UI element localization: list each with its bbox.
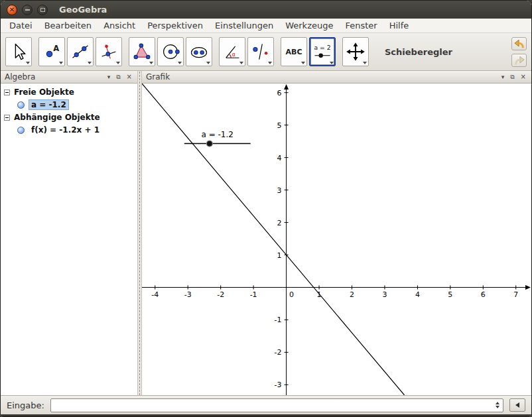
- x-tick-label: -2: [217, 290, 224, 299]
- point-icon: A: [42, 42, 62, 62]
- special-line-tool-button[interactable]: [96, 37, 122, 66]
- menu-werkzeuge[interactable]: Werkzeuge: [279, 19, 339, 32]
- tool-dropdown-icon[interactable]: [59, 62, 63, 64]
- window-minimize-button[interactable]: [22, 5, 33, 15]
- slider-icon: a = 2: [312, 42, 332, 62]
- group-label[interactable]: Freie Objekte: [14, 88, 74, 97]
- panel-menu-icon[interactable]: ▾: [500, 74, 506, 81]
- window-close-button[interactable]: ✕: [7, 5, 17, 15]
- x-tick-label: 6: [481, 290, 486, 299]
- y-axis-arrow-icon: [284, 84, 289, 89]
- object-label-a[interactable]: a = -1.2: [29, 99, 69, 110]
- move-view-tool-button[interactable]: [342, 37, 369, 66]
- tool-dropdown-icon[interactable]: [301, 62, 305, 64]
- transform-tool-button[interactable]: [247, 37, 274, 66]
- command-input-wrap[interactable]: [50, 398, 503, 412]
- tool-dropdown-icon[interactable]: [268, 62, 272, 64]
- slider-handle[interactable]: [206, 141, 212, 147]
- tool-dropdown-icon[interactable]: [363, 62, 367, 64]
- group-label[interactable]: Abhängige Objekte: [14, 113, 100, 122]
- text-tool-button[interactable]: ABC: [281, 37, 307, 66]
- menu-ansicht[interactable]: Ansicht: [98, 19, 141, 32]
- visibility-marble-icon[interactable]: [17, 127, 25, 134]
- algebra-tree: Freie Objekte a = -1.2 Abhängige Objekte…: [1, 84, 137, 395]
- y-tick-label: 1: [277, 251, 282, 260]
- function-line-f[interactable]: [142, 84, 405, 395]
- spinner-up-icon[interactable]: [496, 402, 499, 404]
- collapse-expander-icon[interactable]: [4, 89, 10, 95]
- menu-datei[interactable]: Datei: [3, 19, 38, 32]
- menu-hilfe[interactable]: Hilfe: [383, 19, 415, 32]
- panel-menu-icon[interactable]: ▾: [106, 74, 112, 81]
- panel-detach-icon[interactable]: ⧉: [115, 74, 121, 81]
- graphics-view: Grafik ▾ ⧉ × -4-3-2-11234567-3-2-1123456…: [142, 71, 531, 395]
- visibility-marble-icon[interactable]: [17, 101, 25, 109]
- move-view-icon: [346, 42, 366, 62]
- panel-detach-icon[interactable]: ⧉: [509, 74, 515, 81]
- tree-item-a[interactable]: a = -1.2: [1, 98, 137, 111]
- graph-canvas[interactable]: -4-3-2-11234567-3-2-11234560a = -1.2: [142, 84, 531, 395]
- active-tool-label: Schieberegler: [385, 47, 452, 57]
- main-area: Algebra ▾ ⧉ × Freie Objekte a = -1.2 Abh…: [1, 71, 531, 395]
- polygon-tool-button[interactable]: [129, 37, 155, 66]
- x-tick-label: 4: [415, 290, 420, 299]
- menu-einstellungen[interactable]: Einstellungen: [209, 19, 279, 32]
- menu-fenster[interactable]: Fenster: [339, 19, 383, 32]
- panel-splitter[interactable]: [137, 71, 142, 395]
- object-label-f[interactable]: f(x) = -1.2x + 1: [29, 125, 102, 135]
- tool-dropdown-icon[interactable]: [330, 62, 334, 64]
- redo-button[interactable]: [511, 54, 527, 67]
- title-bar[interactable]: ✕ GeoGebra: [1, 1, 531, 19]
- menu-bar: Datei Bearbeiten Ansicht Perspektiven Ei…: [1, 19, 531, 33]
- point-tool-button[interactable]: A: [38, 37, 65, 66]
- tool-dropdown-icon[interactable]: [116, 62, 120, 64]
- window-maximize-button[interactable]: [37, 5, 48, 15]
- tool-dropdown-icon[interactable]: [178, 62, 182, 64]
- left-triangle-icon: [515, 402, 519, 408]
- x-tick-label: 2: [350, 290, 354, 299]
- tree-item-f[interactable]: f(x) = -1.2x + 1: [1, 123, 137, 137]
- circle-tool-button[interactable]: [157, 37, 184, 66]
- x-tick-label: -1: [250, 290, 257, 299]
- line-icon: [70, 42, 90, 62]
- panel-close-icon[interactable]: ×: [125, 73, 133, 81]
- special-line-icon: [99, 42, 119, 62]
- x-tick-label: -3: [184, 290, 192, 299]
- undo-button[interactable]: [511, 37, 527, 50]
- graph-area[interactable]: -4-3-2-11234567-3-2-11234560a = -1.2: [142, 84, 531, 395]
- y-tick-label: -3: [275, 381, 282, 389]
- angle-icon: α: [222, 42, 242, 62]
- x-tick-label: 3: [382, 290, 387, 299]
- tool-dropdown-icon[interactable]: [88, 62, 92, 64]
- graphics-panel-header: Grafik ▾ ⧉ ×: [142, 71, 531, 84]
- tree-group-dependent-objects: Abhängige Objekte: [1, 111, 137, 123]
- tree-group-free-objects: Freie Objekte: [1, 86, 137, 98]
- tool-dropdown-icon[interactable]: [206, 62, 210, 64]
- move-tool-button[interactable]: [5, 37, 32, 66]
- slider-tool-button[interactable]: a = 2: [309, 37, 336, 66]
- x-tick-label: -4: [151, 290, 159, 299]
- slider-value-label: a = -1.2: [202, 130, 233, 139]
- algebra-view: Algebra ▾ ⧉ × Freie Objekte a = -1.2 Abh…: [1, 71, 137, 395]
- collapse-expander-icon[interactable]: [4, 115, 10, 121]
- input-history-spinner[interactable]: [493, 402, 503, 408]
- panel-close-icon[interactable]: ×: [519, 73, 527, 81]
- text-tool-icon: ABC: [286, 48, 302, 56]
- conic-tool-button[interactable]: [186, 37, 212, 66]
- svg-text:A: A: [53, 44, 59, 53]
- line-tool-button[interactable]: [67, 37, 94, 66]
- input-help-toggle-button[interactable]: [509, 398, 525, 412]
- window-title: GeoGebra: [59, 5, 107, 15]
- maximize-icon: [40, 8, 45, 12]
- tool-dropdown-icon[interactable]: [239, 62, 243, 64]
- spinner-down-icon[interactable]: [496, 406, 499, 408]
- origin-label: 0: [289, 290, 294, 299]
- angle-tool-button[interactable]: α: [219, 37, 245, 66]
- command-input[interactable]: [51, 399, 493, 412]
- algebra-panel-title: Algebra: [5, 72, 35, 82]
- menu-bearbeiten[interactable]: Bearbeiten: [38, 19, 98, 32]
- tool-dropdown-icon[interactable]: [26, 62, 30, 64]
- tool-dropdown-icon[interactable]: [149, 62, 153, 64]
- menu-perspektiven[interactable]: Perspektiven: [141, 19, 209, 32]
- svg-text:a = 2: a = 2: [314, 44, 330, 51]
